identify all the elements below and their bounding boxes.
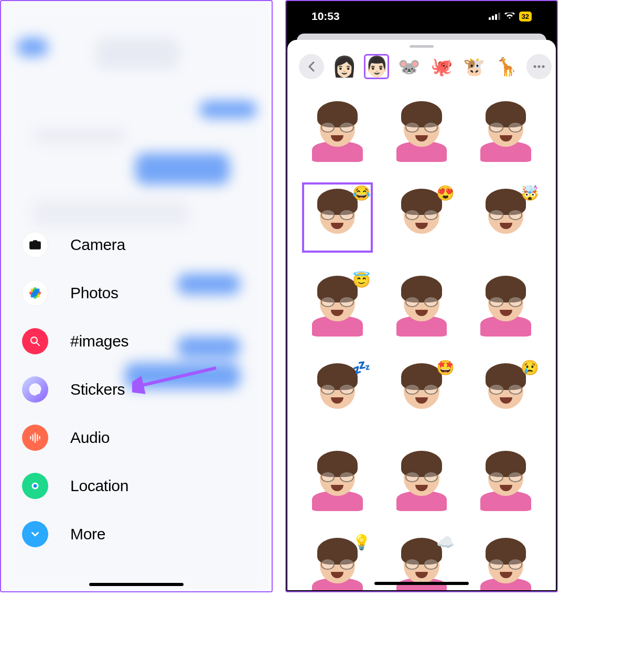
svg-line-14: [137, 368, 216, 386]
category-memoji-2[interactable]: 👨🏻: [364, 54, 389, 79]
sticker-overlay-icon: 💡: [352, 534, 371, 551]
memoji-graphic: [390, 99, 454, 162]
menu-item-images[interactable]: #images: [22, 328, 128, 354]
sticker-heart-eyes[interactable]: 😍: [382, 178, 461, 257]
sticker-thinking[interactable]: [298, 440, 377, 519]
sticker-sheet: 👩🏻 👨🏻 🐭 🐙 🐮 🦒 😂😍🤯😇💤🤩😢💡☁️: [287, 40, 556, 590]
home-indicator: [374, 582, 469, 585]
sticker-wave[interactable]: [466, 91, 545, 170]
sticker-laugh-cry[interactable]: 😂: [298, 178, 377, 257]
more-categories-button[interactable]: [526, 54, 552, 79]
svg-rect-16: [492, 16, 494, 20]
sticker-overlay-icon: ☁️: [436, 534, 455, 551]
memoji-graphic: [306, 99, 369, 162]
menu-item-location[interactable]: Location: [22, 473, 128, 499]
sticker-mind-blown[interactable]: 🤯: [466, 178, 545, 257]
cellular-icon: [489, 13, 500, 20]
menu-item-more[interactable]: More: [22, 521, 128, 547]
sticker-eye-roll[interactable]: [466, 265, 545, 344]
images-search-icon: [22, 328, 48, 354]
left-screenshot: Camera Photos #images Stickers: [0, 0, 273, 592]
sticker-overlay-icon: 😍: [436, 185, 455, 202]
sticker-category-row: 👩🏻 👨🏻 🐭 🐙 🐮 🦒: [287, 54, 556, 88]
svg-rect-17: [495, 14, 497, 20]
memoji-graphic: [474, 535, 537, 590]
menu-label: More: [70, 525, 105, 543]
sheet-grabber[interactable]: [410, 45, 434, 48]
sticker-heart-hands[interactable]: [382, 91, 461, 170]
sticker-peek[interactable]: [382, 265, 461, 344]
memoji-graphic: [474, 273, 537, 337]
menu-item-photos[interactable]: Photos: [22, 280, 128, 306]
svg-rect-18: [498, 13, 500, 20]
sticker-tear[interactable]: 😢: [466, 353, 545, 432]
camera-icon: [22, 232, 48, 258]
sticker-halo[interactable]: 😇: [298, 265, 377, 344]
home-indicator: [89, 583, 184, 586]
memoji-graphic: [390, 448, 454, 512]
svg-point-13: [34, 484, 37, 488]
menu-item-audio[interactable]: Audio: [22, 425, 128, 451]
sticker-overlay-icon: 😇: [352, 272, 371, 289]
menu-label: Stickers: [70, 381, 125, 398]
category-animoji-mouse[interactable]: 🐭: [396, 54, 422, 79]
sticker-starstruck[interactable]: 🤩: [382, 353, 461, 432]
battery-indicator: 32: [519, 12, 532, 21]
sticker-stop[interactable]: [382, 440, 461, 519]
sticker-sleepy[interactable]: 💤: [298, 353, 377, 432]
chevron-down-icon: [22, 521, 48, 547]
menu-item-stickers[interactable]: Stickers: [22, 376, 128, 403]
svg-point-21: [542, 66, 545, 68]
memoji-graphic: [474, 99, 537, 162]
memoji-graphic: [390, 273, 454, 337]
sticker-overlay-icon: 💤: [352, 359, 371, 376]
menu-label: Photos: [70, 284, 119, 302]
sticker-grid: 😂😍🤯😇💤🤩😢💡☁️: [287, 88, 556, 590]
svg-point-19: [534, 66, 536, 68]
svg-point-6: [32, 338, 36, 342]
category-memoji-1[interactable]: 👩🏻: [331, 54, 357, 79]
ellipsis-icon: [533, 65, 545, 68]
menu-label: Audio: [70, 429, 110, 447]
memoji-graphic: [474, 448, 537, 512]
sticker-chef-kiss[interactable]: [466, 440, 545, 519]
sticker-call-me[interactable]: [298, 91, 377, 170]
status-time: 10:53: [311, 10, 340, 23]
right-screenshot: 10:53 32 👩🏻 👨🏻 🐭 🐙 🐮 🦒: [285, 0, 558, 592]
sticker-idea[interactable]: 💡: [298, 527, 377, 590]
category-animoji-octopus[interactable]: 🐙: [429, 54, 454, 79]
sticker-overlay-icon: 😂: [352, 185, 371, 202]
wifi-icon: [504, 13, 515, 20]
svg-rect-15: [489, 17, 491, 20]
category-animoji-giraffe[interactable]: 🦒: [494, 54, 519, 79]
location-dot-icon: [22, 473, 48, 499]
sticker-overlay-icon: 🤯: [521, 185, 539, 202]
status-bar: 10:53 32: [286, 1, 557, 31]
category-animoji-cow[interactable]: 🐮: [461, 54, 487, 79]
sticker-overlay-icon: 🤩: [436, 359, 455, 376]
svg-point-20: [538, 66, 541, 68]
chevron-left-icon: [308, 61, 315, 72]
svg-line-5: [37, 343, 39, 345]
menu-label: #images: [70, 332, 128, 350]
sticker-sneeze[interactable]: [466, 527, 545, 590]
sticker-overlay-icon: 😢: [521, 359, 539, 376]
menu-item-camera[interactable]: Camera: [22, 232, 128, 258]
back-button[interactable]: [299, 54, 324, 79]
stickers-icon: [22, 376, 48, 403]
memoji-graphic: [306, 448, 369, 512]
attachment-menu: Camera Photos #images Stickers: [22, 232, 128, 547]
menu-label: Camera: [70, 236, 125, 254]
photos-icon: [22, 280, 48, 306]
annotation-arrow: [132, 363, 221, 394]
audio-wave-icon: [22, 425, 48, 451]
sticker-cloud[interactable]: ☁️: [382, 527, 461, 590]
menu-label: Location: [70, 477, 128, 495]
